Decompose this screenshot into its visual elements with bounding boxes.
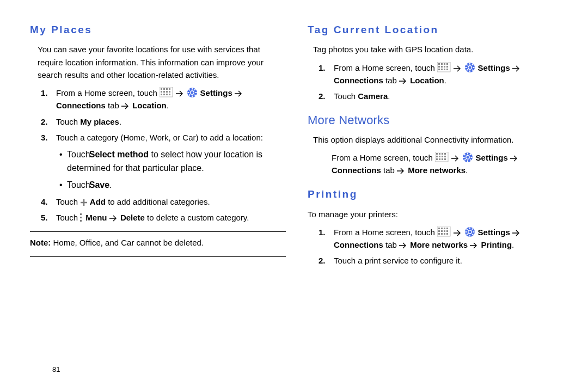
more-networks-label: More networks: [410, 240, 470, 249]
step-5: Touch Menu Delete to delete a custom cat…: [54, 211, 286, 224]
text: From a Home screen, touch: [334, 228, 437, 237]
arrow-icon: [454, 229, 462, 237]
sub-bullets: TouchSelect method to select how your lo…: [59, 148, 286, 192]
step-1: From a Home screen, touch Settings Conne…: [54, 87, 286, 112]
heading-more-networks: More Networks: [308, 111, 564, 130]
location-label: Location: [132, 101, 167, 110]
delete-label: Delete: [120, 213, 145, 222]
more-networks-label: More networks: [408, 166, 465, 175]
settings-label: Settings: [475, 228, 512, 237]
step-2: Touch My places.: [54, 115, 286, 128]
text: From a Home screen, touch: [334, 63, 437, 72]
connections-label: Connections: [332, 166, 381, 175]
menu-label: Menu: [83, 213, 109, 222]
text: .: [119, 117, 121, 126]
text: .: [444, 76, 446, 85]
text: tab: [106, 101, 121, 110]
connections-label: Connections: [334, 240, 383, 249]
arrow-icon: [397, 167, 406, 175]
left-column: My Places You can save your favorite loc…: [30, 22, 286, 271]
arrow-icon: [121, 102, 130, 110]
settings-icon: [462, 152, 473, 163]
arrow-icon: [451, 155, 460, 162]
text: Touch: [56, 213, 80, 222]
camera-label: Camera: [358, 91, 388, 101]
arrow-icon: [176, 90, 185, 97]
note-prefix: Note:: [30, 238, 51, 247]
plus-icon: [80, 199, 88, 206]
sub-1: TouchSelect method to select how your lo…: [59, 148, 286, 175]
heading-my-places: My Places: [30, 22, 286, 38]
text: Touch: [56, 197, 80, 206]
printing-label: Printing: [481, 240, 512, 249]
tag-step-2: Touch Camera.: [332, 90, 564, 102]
text: From a Home screen, touch: [56, 88, 160, 97]
location-label: Location: [410, 76, 444, 85]
arrow-icon: [510, 155, 519, 162]
arrow-icon: [470, 242, 479, 249]
text: Touch a category (Home, Work, or Car) to…: [56, 133, 263, 142]
text: .: [109, 180, 112, 189]
text: tab: [381, 166, 397, 175]
text: Touch: [67, 150, 90, 159]
my-places-label: My places: [80, 117, 119, 126]
select-method-label: Select method: [89, 150, 149, 159]
text: .: [465, 166, 468, 175]
arrow-icon: [399, 77, 408, 85]
apps-icon: [437, 62, 451, 73]
save-label: Save: [89, 180, 109, 189]
page: My Places You can save your favorite loc…: [0, 0, 588, 271]
heading-printing: Printing: [308, 186, 564, 202]
arrow-icon: [454, 65, 462, 72]
arrow-icon: [512, 65, 521, 72]
connections-label: Connections: [334, 76, 383, 85]
print-intro: To manage your printers:: [308, 208, 564, 220]
text: From a Home screen, touch: [332, 153, 435, 162]
settings-icon: [187, 87, 198, 98]
my-places-steps: From a Home screen, touch Settings Conne…: [30, 87, 286, 224]
text: .: [512, 240, 514, 249]
note-body: Home, Office, and Car cannot be deleted.: [51, 238, 204, 247]
arrow-icon: [235, 90, 243, 97]
print-step-2: Touch a print service to configure it.: [332, 254, 564, 267]
text: .: [167, 101, 169, 110]
apps-icon: [435, 152, 449, 163]
settings-label: Settings: [198, 88, 235, 97]
tag-step-1: From a Home screen, touch Settings Conne…: [332, 62, 564, 87]
settings-label: Settings: [475, 63, 512, 72]
settings-icon: [464, 62, 475, 73]
right-column: Tag Current Location Tag photos you take…: [308, 22, 564, 271]
more-intro: This option displays additional Connecti…: [313, 133, 564, 146]
text: Touch: [67, 180, 90, 189]
my-places-intro: You can save your favorite locations for…: [38, 43, 286, 81]
sub-2: TouchSave.: [59, 179, 286, 192]
step-3: Touch a category (Home, Work, or Car) to…: [54, 131, 286, 192]
rule: [30, 231, 286, 232]
apps-icon: [437, 226, 451, 237]
text: Touch: [334, 91, 358, 101]
step-4: Touch Add to add additional categories.: [54, 195, 286, 208]
text: to add additional categories.: [106, 197, 210, 206]
note: Note: Home, Office, and Car cannot be de…: [30, 236, 286, 249]
settings-icon: [464, 226, 475, 237]
tag-steps: From a Home screen, touch Settings Conne…: [308, 62, 564, 103]
arrow-icon: [512, 229, 521, 237]
add-label: Add: [88, 197, 106, 206]
settings-label: Settings: [473, 153, 510, 162]
heading-tag-location: Tag Current Location: [308, 22, 564, 38]
page-number: 81: [52, 365, 60, 373]
arrow-icon: [109, 215, 118, 222]
print-steps: From a Home screen, touch Settings Conne…: [308, 226, 564, 267]
arrow-icon: [399, 242, 408, 249]
text: .: [388, 91, 390, 101]
tag-intro: Tag photos you take with GPS location da…: [313, 43, 564, 56]
text: tab: [383, 240, 399, 249]
connections-label: Connections: [56, 101, 106, 110]
print-step-1: From a Home screen, touch Settings Conne…: [332, 226, 564, 252]
text: Touch: [56, 117, 80, 126]
rule: [30, 256, 286, 257]
more-step: From a Home screen, touch Settings Conne…: [308, 151, 564, 177]
apps-icon: [160, 87, 174, 98]
text: to delete a custom category.: [145, 213, 249, 222]
text: tab: [383, 76, 399, 85]
